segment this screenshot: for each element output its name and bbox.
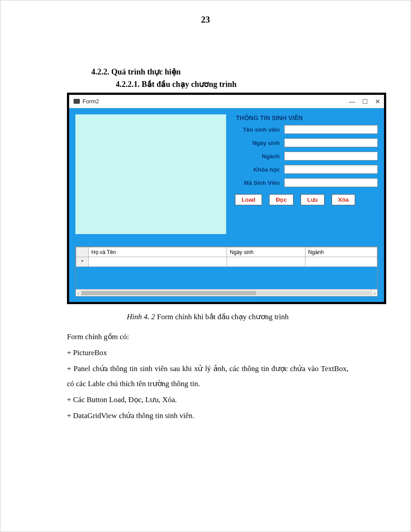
window-titlebar: Form2 — ☐ ✕	[69, 95, 384, 108]
app-icon	[74, 99, 80, 104]
body-p5: + DataGridView chứa thông tin sinh viên.	[67, 408, 348, 423]
minimize-icon[interactable]: —	[349, 98, 355, 105]
input-student-name[interactable]	[284, 125, 378, 134]
data-grid-view[interactable]: Họ và Tên Ngày sinh Ngành * ‹	[75, 246, 378, 297]
close-icon[interactable]: ✕	[375, 98, 380, 105]
figure-caption: Hình 4. 2 Form chính khi bắt đầu chạy ch…	[67, 312, 348, 321]
input-dob[interactable]	[284, 138, 378, 147]
grid-horizontal-scrollbar[interactable]: ‹ ›	[76, 289, 377, 296]
load-button[interactable]: Load	[235, 194, 262, 205]
grid-col-name: Họ và Tên	[89, 247, 227, 257]
figure-caption-text: Form chính khi bắt đầu chạy chương trình	[155, 313, 289, 321]
scroll-thumb[interactable]	[81, 291, 256, 295]
panel-title: THÔNG TIN SINH VIÊN	[233, 114, 378, 121]
picture-box	[75, 114, 226, 234]
label-student-name: Tên sinh viên	[233, 126, 284, 133]
body-p2: + PictureBox	[67, 345, 348, 360]
form2-screenshot: Form2 — ☐ ✕ THÔNG TIN SINH VIÊN Tên sinh…	[67, 93, 386, 304]
body-p4: + Các Button Load, Đọc, Lưu, Xóa.	[67, 392, 348, 407]
window-title: Form2	[82, 98, 99, 105]
student-info-panel: THÔNG TIN SINH VIÊN Tên sinh viên Ngày s…	[233, 114, 378, 234]
grid-new-row[interactable]: *	[76, 257, 377, 267]
input-major[interactable]	[284, 152, 378, 160]
grid-col-dob: Ngày sinh	[227, 247, 305, 257]
input-course[interactable]	[284, 165, 378, 174]
grid-empty-area	[76, 267, 377, 289]
page-number: 23	[0, 0, 411, 25]
label-dob: Ngày sinh	[233, 140, 284, 146]
input-student-id[interactable]	[284, 178, 378, 187]
grid-col-major: Ngành	[305, 247, 377, 257]
read-button[interactable]: Đọc	[269, 194, 294, 205]
label-student-id: Mã Sinh Viên	[233, 180, 284, 186]
maximize-icon[interactable]: ☐	[362, 98, 368, 105]
label-major: Ngành	[233, 153, 284, 160]
scroll-right-icon[interactable]: ›	[374, 290, 376, 296]
body-p1: Form chính gồm có:	[67, 329, 348, 344]
label-course: Khóa học	[233, 166, 284, 173]
scroll-left-icon[interactable]: ‹	[78, 290, 79, 296]
grid-row-header-blank	[76, 247, 89, 257]
heading-4-2-2: 4.2.2. Quá trình thực hiện	[91, 67, 348, 77]
scroll-track[interactable]	[81, 291, 372, 295]
body-p3: + Panel chứa thông tin sinh viên sau khi…	[67, 361, 348, 391]
grid-row-marker: *	[76, 257, 89, 267]
delete-button[interactable]: Xóa	[332, 194, 356, 205]
figure-label: Hình 4. 2	[127, 313, 155, 321]
save-button[interactable]: Lưu	[301, 194, 325, 205]
heading-4-2-2-1: 4.2.2.1. Bắt đầu chạy chương trình	[116, 79, 348, 89]
